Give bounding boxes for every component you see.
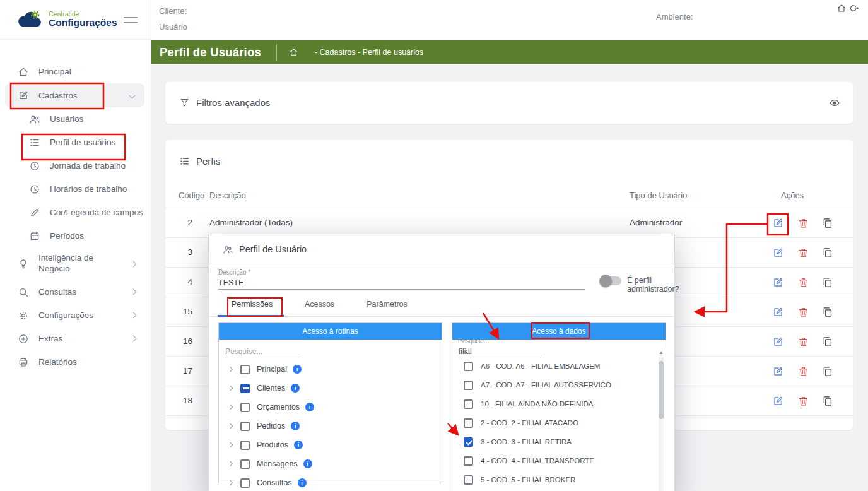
checkbox[interactable] — [240, 403, 250, 412]
sidebar-item-cor-legenda[interactable]: Cor/Legenda de campos — [0, 201, 151, 224]
tab-acessos[interactable]: Acessos — [286, 300, 353, 309]
eye-icon[interactable] — [829, 97, 840, 109]
breadcrumb-home-icon[interactable] — [289, 47, 298, 57]
checkbox[interactable] — [240, 459, 250, 469]
chevron-right-icon[interactable] — [228, 405, 233, 410]
logout-icon[interactable] — [849, 3, 859, 13]
data-search-label: Pesquise... — [458, 338, 489, 345]
active-tab-indicator — [218, 315, 284, 317]
sidebar-item-relatorios[interactable]: Relatórios — [0, 350, 151, 374]
checkbox[interactable] — [464, 418, 473, 428]
chevron-right-icon[interactable] — [228, 386, 233, 391]
chevron-right-icon[interactable] — [228, 480, 233, 485]
tree-item[interactable]: Principal — [219, 360, 442, 379]
checkbox[interactable] — [464, 362, 473, 371]
list-item[interactable]: 3 - COD. 3 - FILIAL RETIRA — [452, 432, 666, 451]
checkbox[interactable] — [240, 441, 250, 450]
checkbox[interactable] — [240, 422, 250, 431]
checkbox[interactable] — [464, 399, 473, 409]
checkbox[interactable] — [240, 478, 250, 488]
tree-item[interactable]: Pedidos — [219, 417, 442, 435]
chevron-right-icon[interactable] — [228, 442, 233, 447]
sidebar-toggle-icon[interactable] — [124, 17, 139, 27]
tree-item[interactable]: Orçamentos — [219, 398, 442, 417]
checkbox[interactable] — [464, 475, 473, 485]
sidebar-item-usuarios[interactable]: Usuários — [0, 107, 151, 131]
delete-button[interactable] — [797, 276, 809, 288]
edit-button[interactable] — [772, 306, 784, 318]
delete-button[interactable] — [797, 247, 809, 259]
checkbox[interactable] — [240, 365, 250, 374]
copy-button[interactable] — [821, 247, 833, 259]
tab-permissoes[interactable]: Permissões — [218, 300, 286, 309]
list-item[interactable]: 10 - FILIAL AINDA NÃO DEFINIDA — [452, 394, 666, 413]
app-root: Central de Configurações Principal Cadas… — [0, 0, 868, 491]
description-field[interactable] — [218, 276, 585, 290]
copy-button[interactable] — [821, 365, 833, 377]
delete-button[interactable] — [797, 217, 809, 229]
sidebar-item-horarios-de-trabalho[interactable]: Horários de trabalho — [0, 177, 151, 201]
info-icon[interactable] — [303, 459, 312, 468]
tree-item[interactable]: Mensagens — [219, 454, 442, 473]
copy-button[interactable] — [821, 336, 833, 348]
tab-parametros[interactable]: Parâmetros — [353, 300, 421, 309]
info-icon[interactable] — [291, 384, 300, 393]
chevron-right-icon[interactable] — [228, 423, 233, 429]
tree-item[interactable]: Consultas — [219, 473, 442, 491]
edit-button[interactable] — [772, 395, 784, 407]
list-item[interactable]: 5 - COD. 5 - FILIAL BROKER — [452, 470, 666, 489]
profiles-title: Perfis — [196, 156, 220, 167]
sidebar-item-perfil-de-usuarios[interactable]: Perfil de usuários — [0, 131, 151, 154]
edit-button[interactable] — [772, 365, 784, 377]
edit-button[interactable] — [772, 336, 784, 348]
info-icon[interactable] — [293, 365, 302, 374]
sidebar-item-cadastros[interactable]: Cadastros — [5, 83, 144, 107]
copy-button[interactable] — [821, 306, 833, 318]
scrollbar-up-arrow[interactable]: ▲ — [659, 350, 664, 355]
info-icon[interactable] — [298, 478, 307, 487]
sidebar-item-principal[interactable]: Principal — [0, 60, 151, 83]
info-icon[interactable] — [291, 422, 300, 430]
tree-item[interactable]: Clientes — [219, 379, 442, 398]
data-access-panel: Acesso à dados Pesquise... A6 - COD. A6 … — [452, 322, 666, 491]
advanced-filters-panel[interactable]: Filtros avançados — [165, 82, 853, 124]
cloud-logo-icon — [15, 10, 44, 29]
info-icon[interactable] — [305, 403, 314, 411]
copy-button[interactable] — [821, 276, 833, 288]
list-item[interactable]: A7 - COD. A7 - FILIAL AUTOSSERVICO — [452, 376, 666, 394]
sidebar-item-consultas[interactable]: Consultas — [0, 280, 151, 304]
list-item[interactable]: 2 - COD. 2 - FILIAL ATACADO — [452, 413, 666, 432]
profile-dialog: Perfil de Usuário Descrição * É perfil a… — [208, 234, 675, 491]
delete-button[interactable] — [797, 336, 809, 348]
delete-button[interactable] — [797, 306, 809, 318]
home-icon[interactable] — [836, 3, 847, 13]
admin-toggle[interactable] — [601, 276, 621, 285]
checkbox[interactable] — [464, 456, 473, 466]
checkbox[interactable] — [240, 384, 250, 393]
copy-button[interactable] — [821, 395, 833, 407]
edit-button[interactable] — [772, 217, 784, 229]
edit-button[interactable] — [772, 276, 784, 288]
user-label: Usuário — [159, 22, 187, 32]
checkbox[interactable] — [464, 381, 473, 390]
tree-item[interactable]: Produtos — [219, 435, 442, 454]
list-item[interactable]: A6 - COD. A6 - FILIAL EMBALAGEM — [452, 357, 666, 376]
chevron-right-icon[interactable] — [228, 367, 233, 372]
sidebar-item-extras[interactable]: Extras — [0, 327, 151, 350]
list-item[interactable]: 4 - COD. 4 - FILIAL TRANSPORTE — [452, 451, 666, 470]
sidebar-item-periodos[interactable]: Períodos — [0, 224, 151, 247]
routines-search-input[interactable] — [225, 345, 300, 358]
chevron-right-icon[interactable] — [228, 461, 233, 466]
app-logo[interactable]: Central de Configurações — [0, 0, 151, 40]
info-icon[interactable] — [294, 441, 303, 449]
edit-button[interactable] — [772, 247, 784, 259]
sidebar-item-jornada-de-trabalho[interactable]: Jornada de trabalho — [0, 154, 151, 177]
sidebar-item-configuracoes[interactable]: Configurações — [0, 304, 151, 327]
scrollbar-thumb[interactable] — [659, 361, 664, 419]
delete-button[interactable] — [797, 365, 809, 377]
table-header: Código Descrição Tipo de Usuário Ações — [165, 183, 853, 208]
copy-button[interactable] — [821, 217, 833, 229]
delete-button[interactable] — [797, 395, 809, 407]
checkbox[interactable] — [464, 437, 473, 447]
sidebar-item-inteligencia-de-negocio[interactable]: Inteligência de Negócio — [0, 247, 151, 280]
